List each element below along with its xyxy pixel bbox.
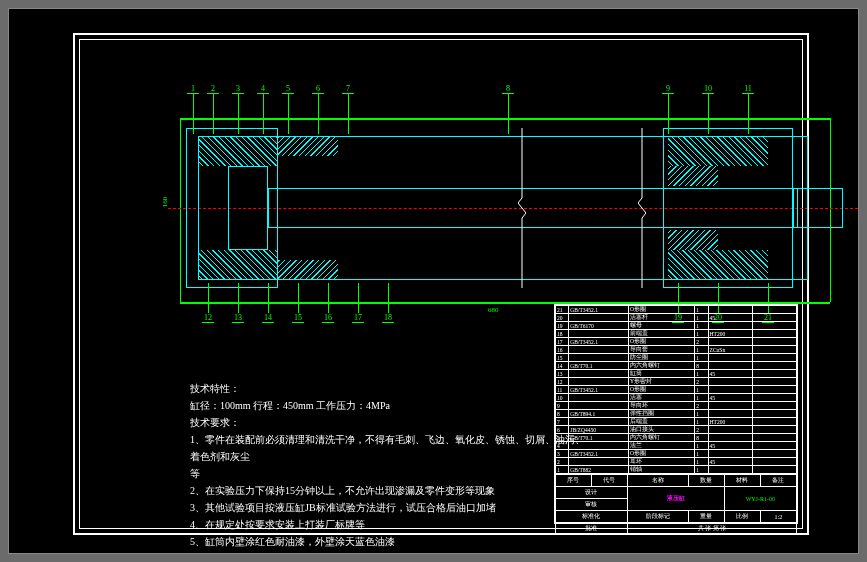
bom-row: 7后端盖1HT200 bbox=[556, 418, 797, 426]
hatch-guide-top bbox=[668, 166, 718, 186]
leader-line-bot bbox=[388, 283, 389, 313]
main-assembly-view: 680 160 bbox=[168, 88, 856, 308]
bom-cell-name: 法兰 bbox=[628, 442, 694, 450]
bom-cell-no: 18 bbox=[556, 330, 569, 338]
bom-cell-qty: 2 bbox=[695, 378, 708, 386]
bom-cell-name: 前端盖 bbox=[628, 330, 694, 338]
bom-cell-code: GB/T894.1 bbox=[569, 410, 629, 418]
bom-cell-no: 9 bbox=[556, 402, 569, 410]
bom-cell-name: Y形密封 bbox=[628, 378, 694, 386]
bom-cell-code: JB/ZQ4450 bbox=[569, 426, 629, 434]
bom-cell-code bbox=[569, 418, 629, 426]
bom-row: 6JB/ZQ4450油口接头2 bbox=[556, 426, 797, 434]
leader-line-bot bbox=[268, 283, 269, 313]
bom-cell-qty: 1 bbox=[695, 466, 708, 474]
bom-row: 2耳环145 bbox=[556, 458, 797, 466]
tb-appr: 批准 bbox=[556, 523, 628, 535]
bom-cell-note bbox=[752, 450, 796, 458]
break-line-1 bbox=[518, 128, 526, 288]
bom-cell-name: 销轴 bbox=[628, 466, 694, 474]
tb-scale: 1:2 bbox=[760, 511, 796, 523]
bom-cell-note bbox=[752, 458, 796, 466]
drawing-number: WYJ-R1-00 bbox=[724, 487, 796, 511]
bom-row: 8GB/T894.1弹性挡圈1 bbox=[556, 410, 797, 418]
bom-cell-name: O形圈 bbox=[628, 450, 694, 458]
bom-row: 1GB/T882销轴1 bbox=[556, 466, 797, 474]
balloon-17: 17 bbox=[352, 313, 364, 323]
tech-req-1: 1、零件在装配前必须清理和清洗干净，不得有毛刺、飞边、氧化皮、锈蚀、切屑、油污、… bbox=[190, 431, 590, 465]
bom-cell-code bbox=[569, 378, 629, 386]
bom-cell-note bbox=[752, 362, 796, 370]
bom-cell-mat bbox=[708, 386, 752, 394]
bom-row: 21GB/T3452.1O形圈1 bbox=[556, 306, 797, 314]
balloon-1: 1 bbox=[187, 84, 199, 94]
hatch-rear-cap-bot bbox=[198, 250, 278, 280]
bom-cell-code bbox=[569, 458, 629, 466]
bom-row: 3GB/T3452.1O形圈1 bbox=[556, 450, 797, 458]
bom-row: 15防尘圈1 bbox=[556, 354, 797, 362]
bom-cell-note bbox=[752, 330, 796, 338]
bom-cell-no: 5 bbox=[556, 434, 569, 442]
bom-cell-note bbox=[752, 442, 796, 450]
bom-cell-no: 11 bbox=[556, 386, 569, 394]
tech-req-4: 4、在规定处按要求安装上打装厂标牌等 bbox=[190, 516, 590, 533]
bom-cell-no: 12 bbox=[556, 378, 569, 386]
bom-table: 21GB/T3452.1O形圈120活塞杆14519GB/T6170螺母118前… bbox=[555, 305, 797, 474]
bom-cell-name: 防尘圈 bbox=[628, 354, 694, 362]
bom-cell-no: 21 bbox=[556, 306, 569, 314]
bom-cell-name: O形圈 bbox=[628, 306, 694, 314]
bom-cell-mat bbox=[708, 410, 752, 418]
leader-line-top bbox=[748, 94, 749, 134]
bom-cell-qty: 1 bbox=[695, 330, 708, 338]
bom-cell-no: 8 bbox=[556, 410, 569, 418]
balloon-8: 8 bbox=[502, 84, 514, 94]
bom-cell-code: GB/T70.1 bbox=[569, 434, 629, 442]
bom-row: 5GB/T70.1内六角螺钉8 bbox=[556, 434, 797, 442]
bom-cell-note bbox=[752, 346, 796, 354]
bom-cell-mat: HT200 bbox=[708, 330, 752, 338]
piston bbox=[228, 166, 268, 250]
balloon-3: 3 bbox=[232, 84, 244, 94]
bom-cell-qty: 1 bbox=[695, 442, 708, 450]
bom-cell-note bbox=[752, 434, 796, 442]
bom-cell-mat bbox=[708, 402, 752, 410]
leader-line-top bbox=[348, 94, 349, 134]
bom-cell-mat: HT200 bbox=[708, 418, 752, 426]
bom-cell-qty: 8 bbox=[695, 434, 708, 442]
hdr-note: 备注 bbox=[760, 475, 796, 487]
bom-cell-qty: 1 bbox=[695, 410, 708, 418]
bom-cell-no: 3 bbox=[556, 450, 569, 458]
bom-cell-no: 6 bbox=[556, 426, 569, 434]
bom-row: 16导向套1ZCuSn bbox=[556, 346, 797, 354]
bom-cell-no: 16 bbox=[556, 346, 569, 354]
balloon-9: 9 bbox=[662, 84, 674, 94]
balloon-15: 15 bbox=[292, 313, 304, 323]
tb-scale-label: 比例 bbox=[724, 511, 760, 523]
bom-row: 11GB/T3452.1O形圈1 bbox=[556, 386, 797, 394]
bom-cell-mat bbox=[708, 466, 752, 474]
balloon-6: 6 bbox=[312, 84, 324, 94]
hdr-mat: 材料 bbox=[724, 475, 760, 487]
bom-cell-mat bbox=[708, 362, 752, 370]
leader-line-top bbox=[213, 94, 214, 134]
tb-stage: 阶段标记 bbox=[627, 511, 688, 523]
bom-cell-qty: 1 bbox=[695, 314, 708, 322]
bom-cell-no: 13 bbox=[556, 370, 569, 378]
leader-line-top bbox=[508, 94, 509, 134]
break-line-2 bbox=[638, 128, 646, 288]
bom-cell-no: 2 bbox=[556, 458, 569, 466]
bom-cell-note bbox=[752, 306, 796, 314]
bom-cell-mat bbox=[708, 338, 752, 346]
leader-line-top bbox=[708, 94, 709, 134]
bom-cell-code: GB/T70.1 bbox=[569, 362, 629, 370]
bom-cell-mat: ZCuSn bbox=[708, 346, 752, 354]
bom-row: 18前端盖1HT200 bbox=[556, 330, 797, 338]
dim-line-top bbox=[180, 118, 830, 120]
bom-cell-qty: 2 bbox=[695, 402, 708, 410]
bom-cell-name: 后端盖 bbox=[628, 418, 694, 426]
bom-cell-code bbox=[569, 442, 629, 450]
bom-cell-mat: 45 bbox=[708, 394, 752, 402]
bom-cell-note bbox=[752, 402, 796, 410]
bom-cell-mat: 45 bbox=[708, 314, 752, 322]
bom-row: 13缸筒145 bbox=[556, 370, 797, 378]
